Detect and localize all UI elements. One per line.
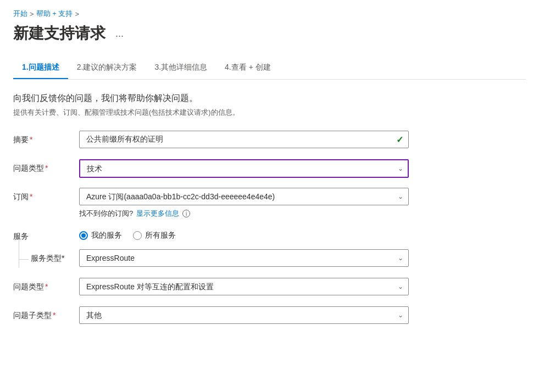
- my-service-label: 我的服务: [91, 231, 122, 240]
- desc-sub: 提供有关计费、订阅、配额管理或技术问题(包括技术建议请求)的信息。: [13, 108, 526, 117]
- summary-wrapper: ✓: [79, 131, 409, 148]
- tab-recommended-solution[interactable]: 2.建议的解决方案: [68, 57, 146, 79]
- breadcrumb: 开始 > 帮助 + 支持 >: [13, 9, 526, 19]
- my-service-option[interactable]: 我的服务: [79, 231, 122, 240]
- subscription-control: Azure 订阅(aaaa0a0a-bb1b-cc2c-dd3d-eeeeee4…: [79, 188, 409, 219]
- find-subscription-text: 找不到你的订阅?: [79, 209, 133, 219]
- subscription-label: 订阅*: [13, 188, 79, 202]
- tab-problem-description[interactable]: 1.问题描述: [13, 57, 68, 79]
- summary-input[interactable]: [79, 131, 409, 148]
- show-more-link[interactable]: 显示更多信息: [136, 209, 179, 219]
- breadcrumb-help[interactable]: 帮助 + 支持: [36, 9, 73, 19]
- subscription-select[interactable]: Azure 订阅(aaaa0a0a-bb1b-cc2c-dd3d-eeeeee4…: [79, 188, 409, 205]
- desc-main: 向我们反馈你的问题，我们将帮助你解决问题。: [13, 93, 526, 104]
- tabs-row: 1.问题描述 2.建议的解决方案 3.其他详细信息 4.查看 + 创建: [13, 57, 526, 80]
- subscription-row: 订阅* Azure 订阅(aaaa0a0a-bb1b-cc2c-dd3d-eee…: [13, 188, 526, 219]
- my-service-radio[interactable]: [79, 231, 88, 240]
- breadcrumb-sep2: >: [75, 10, 79, 18]
- page-title-row: 新建支持请求 ...: [13, 23, 526, 44]
- issue-type-label: 问题类型*: [13, 159, 79, 173]
- all-service-label: 所有服务: [145, 231, 176, 240]
- issue-subtype-label: 问题子类型*: [13, 306, 79, 321]
- issue-subtype-row: 问题子类型* 其他 ⌄: [13, 306, 526, 326]
- issue-type-wrapper: 技术 ⌄: [79, 159, 409, 178]
- page-title: 新建支持请求: [13, 23, 105, 44]
- service-type-indent: 服务类型*: [13, 249, 79, 264]
- summary-label: 摘要*: [13, 131, 79, 145]
- issue-subtype-select[interactable]: 其他: [79, 306, 409, 324]
- issue-type-row: 问题类型* 技术 ⌄: [13, 159, 526, 179]
- service-row: 服务 我的服务 所有服务: [13, 227, 526, 247]
- tree-vertical-line: [19, 239, 19, 268]
- service-type-control: ExpressRoute ⌄: [79, 249, 409, 267]
- form-area: 摘要* ✓ 问题类型* 技术 ⌄: [13, 131, 526, 326]
- issue-type2-wrapper: ExpressRoute 对等互连的配置和设置 ⌄: [79, 278, 409, 295]
- all-service-option[interactable]: 所有服务: [133, 231, 176, 240]
- service-type-label: 服务类型*: [31, 249, 79, 264]
- issue-subtype-control: 其他 ⌄: [79, 306, 409, 324]
- all-service-radio[interactable]: [133, 231, 142, 240]
- info-icon[interactable]: i: [182, 210, 190, 217]
- tab-review-create[interactable]: 4.查看 + 创建: [216, 57, 280, 79]
- tab-other-details[interactable]: 3.其他详细信息: [146, 57, 216, 79]
- issue-type2-select[interactable]: ExpressRoute 对等互连的配置和设置: [79, 278, 409, 295]
- summary-control: ✓: [79, 131, 409, 148]
- issue-type-control: 技术 ⌄: [79, 159, 409, 178]
- summary-row: 摘要* ✓: [13, 131, 526, 150]
- section-description: 向我们反馈你的问题，我们将帮助你解决问题。 提供有关计费、订阅、配额管理或技术问…: [13, 93, 526, 117]
- ellipsis-button[interactable]: ...: [112, 27, 127, 41]
- issue-type2-label: 问题类型*: [13, 278, 79, 292]
- subscription-wrapper: Azure 订阅(aaaa0a0a-bb1b-cc2c-dd3d-eeeeee4…: [79, 188, 409, 205]
- service-type-row: 服务类型* ExpressRoute ⌄: [13, 249, 526, 269]
- tree-horizontal-line: [19, 259, 29, 260]
- service-radio-group: 我的服务 所有服务: [79, 227, 409, 240]
- issue-type2-row: 问题类型* ExpressRoute 对等互连的配置和设置 ⌄: [13, 278, 526, 298]
- service-control: 我的服务 所有服务: [79, 227, 409, 240]
- issue-type-select[interactable]: 技术: [79, 159, 409, 178]
- issue-type2-control: ExpressRoute 对等互连的配置和设置 ⌄: [79, 278, 409, 295]
- service-label: 服务: [13, 227, 79, 242]
- breadcrumb-sep1: >: [30, 10, 34, 18]
- service-type-select[interactable]: ExpressRoute: [79, 249, 409, 267]
- breadcrumb-start[interactable]: 开始: [13, 9, 27, 19]
- subscription-helper: 找不到你的订阅? 显示更多信息 i: [79, 209, 409, 219]
- issue-subtype-wrapper: 其他 ⌄: [79, 306, 409, 324]
- service-type-wrapper: ExpressRoute ⌄: [79, 249, 409, 267]
